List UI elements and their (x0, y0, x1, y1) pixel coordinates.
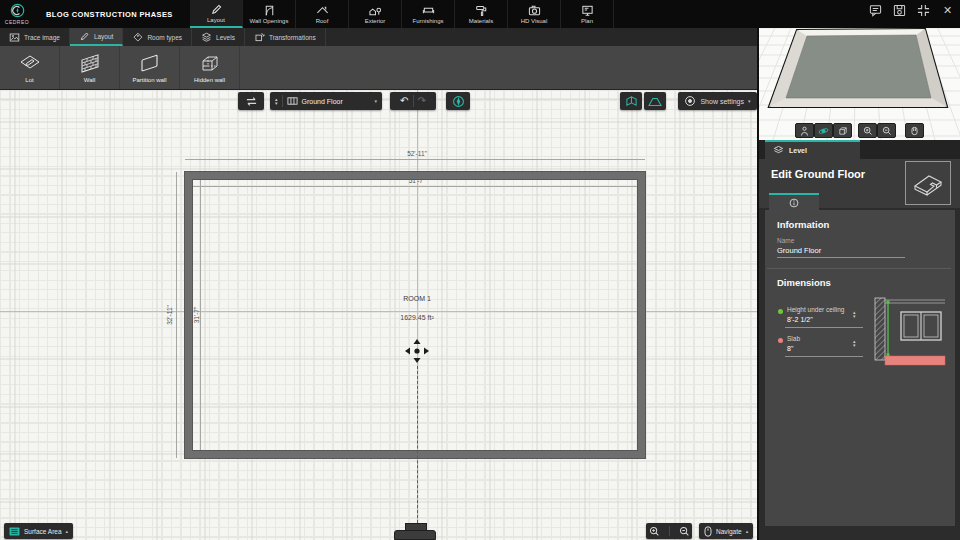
tab-plan[interactable]: Plan (561, 0, 614, 28)
dimensions-heading: Dimensions (777, 277, 831, 288)
preview-pan-button[interactable] (905, 123, 924, 138)
surface-area-button[interactable]: Surface Area ▴ (4, 523, 73, 539)
undo-button[interactable]: ↶ (400, 96, 408, 106)
floor-down-icon[interactable]: ▾ (275, 101, 278, 105)
preview-axon-view-button[interactable] (833, 123, 852, 138)
tool-label: Partition wall (132, 77, 166, 83)
save-button[interactable] (891, 2, 908, 18)
zoom-out-icon[interactable] (679, 526, 690, 537)
tab-hd-visual[interactable]: HD Visual (508, 0, 561, 28)
height-field-value[interactable]: 8'-2 1/2" (787, 316, 813, 323)
height-stepper[interactable]: ▴ ▾ (853, 310, 856, 318)
height-down-icon[interactable]: ▾ (853, 314, 856, 318)
layers-icon (773, 145, 784, 156)
zoom-in-icon (863, 126, 873, 136)
level-properties-panel: Level Edit Ground Floor Information Name… (757, 140, 960, 540)
close-button[interactable]: ✕ (939, 2, 956, 18)
floor-selector[interactable]: ▴ ▾ Ground Floor ▾ (270, 92, 382, 110)
tab-transformations[interactable]: Transformations (245, 28, 326, 46)
paint-roller-icon (475, 4, 488, 17)
show-settings-button[interactable]: Show settings ▾ (678, 92, 757, 110)
tool-hidden-wall[interactable]: Hidden wall (180, 46, 240, 89)
tool-label: Hidden wall (194, 77, 225, 83)
chevron-up-icon: ▴ (66, 528, 69, 534)
tab-materials[interactable]: Materials (455, 0, 508, 28)
preview-3d-scene (759, 18, 960, 140)
tab-information[interactable] (769, 193, 819, 210)
zoom-in-icon[interactable] (649, 526, 660, 537)
feedback-button[interactable] (867, 2, 884, 18)
tab-layout-sub[interactable]: Layout (70, 28, 124, 46)
image-icon (9, 32, 20, 43)
tab-exterior[interactable]: Exterior (349, 0, 402, 28)
fit-screen-button[interactable] (915, 2, 932, 18)
preview-person-view-button[interactable] (795, 123, 814, 138)
tab-level[interactable]: Level (765, 140, 860, 159)
sub-tab-label: Layout (94, 33, 114, 40)
slab-field-underline (785, 356, 863, 357)
tab-layout[interactable]: Layout (190, 0, 243, 28)
camera-icon (528, 4, 541, 17)
page-title: BLOG CONSTRUCTION PHASES (46, 0, 173, 28)
floor-selector-value: Ground Floor (302, 98, 343, 105)
pencil-icon (210, 3, 223, 16)
height-status-dot (778, 309, 783, 314)
tab-room-types[interactable]: Room types (123, 28, 192, 46)
walls-3d-toggle[interactable] (620, 92, 642, 110)
eye-icon (684, 95, 696, 107)
tab-roof[interactable]: Roof (296, 0, 349, 28)
floor-icon (287, 96, 298, 106)
layout-sub-toolbar: Trace image Layout Room types Levels Tra… (0, 28, 757, 46)
door-icon (263, 4, 276, 17)
compass-button[interactable] (446, 92, 470, 110)
slab-stepper[interactable]: ▴ ▾ (853, 339, 856, 347)
preview-room-floor (786, 35, 931, 98)
tab-label: Layout (207, 17, 225, 23)
height-field-label: Height under ceiling (787, 306, 844, 313)
move-cursor[interactable] (402, 336, 432, 366)
tab-trace-image[interactable]: Trace image (0, 28, 70, 46)
roof-outline-icon (648, 96, 662, 107)
transform-icon (254, 32, 265, 43)
information-heading: Information (777, 219, 829, 230)
lot-icon (18, 53, 42, 75)
section-divider (767, 268, 951, 269)
wall-section-diagram (871, 296, 949, 372)
slab-down-icon[interactable]: ▾ (853, 343, 856, 347)
camera-marker[interactable] (394, 530, 436, 540)
tool-partition-wall[interactable]: Partition wall (120, 46, 180, 89)
tab-label: Plan (581, 18, 593, 24)
tab-furnishings[interactable]: Furnishings (402, 0, 455, 28)
roof-toggle[interactable] (644, 92, 666, 110)
mouse-icon (704, 526, 712, 537)
tab-wall-openings[interactable]: Wall Openings (243, 0, 296, 28)
window-controls: ✕ (867, 2, 956, 18)
cube-icon (838, 126, 848, 136)
speech-bubble-icon (869, 4, 882, 17)
zoom-out-icon (882, 126, 892, 136)
floor-stepper[interactable]: ▴ ▾ (275, 97, 278, 105)
slab-3d-icon (910, 165, 946, 201)
preview-zoom-out-button[interactable] (877, 123, 896, 138)
info-icon (789, 198, 799, 208)
sync-plan-button[interactable] (238, 92, 264, 110)
preview-zoom-in-button[interactable] (858, 123, 877, 138)
floor-plan-canvas[interactable]: 52'-11" 51'-7" 32'-11" 31'-7" ROOM 1 162… (0, 90, 757, 540)
preview-orbit-view-button[interactable] (814, 123, 833, 138)
tab-levels[interactable]: Levels (192, 28, 245, 46)
cedreo-logo[interactable]: CEDREO (0, 0, 34, 28)
slab-shape-button[interactable] (905, 161, 951, 205)
slab-field-value[interactable]: 8" (787, 345, 793, 352)
logo-text: CEDREO (5, 19, 29, 25)
tab-label: Materials (469, 18, 493, 24)
preview-3d-viewport[interactable] (757, 18, 960, 140)
tab-label: Exterior (365, 18, 386, 24)
navigate-button[interactable]: Navigate ▴ (699, 523, 753, 539)
tag-icon (132, 32, 143, 43)
tool-lot[interactable]: Lot (0, 46, 60, 89)
redo-button[interactable]: ↷ (418, 96, 426, 106)
name-field-value[interactable]: Ground Floor (777, 246, 821, 255)
tool-wall[interactable]: Wall (60, 46, 120, 89)
partition-wall-icon (138, 53, 162, 75)
wall-tools-toolbar: Lot Wall Partition wall Hidden wall (0, 46, 757, 90)
